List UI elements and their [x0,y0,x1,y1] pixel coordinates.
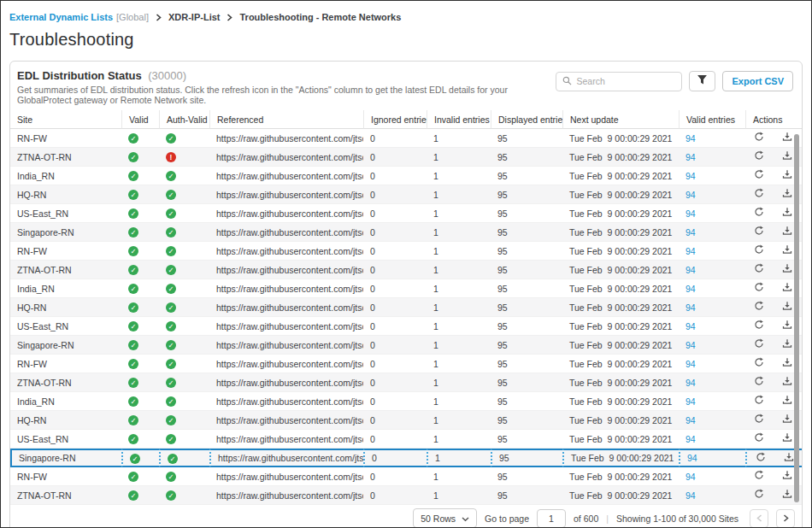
table-row[interactable]: RN-FW ✓ ✓ https://raw.githubusercontent.… [10,355,803,373]
refresh-button[interactable] [754,169,764,182]
rows-per-page-dropdown[interactable]: 50 Rows [413,508,477,528]
table-row[interactable]: ZTNA-OT-RN ✓ ✓ https://raw.githubusercon… [10,373,803,392]
refresh-button[interactable] [754,207,764,220]
table-row[interactable]: HQ-RN ✓ ✓ https://raw.githubusercontent.… [10,411,803,430]
refresh-button[interactable] [754,470,764,483]
download-button[interactable] [782,207,792,220]
download-button[interactable] [782,432,792,445]
table-row[interactable]: RN-FW ✓ ✓ https://raw.githubusercontent.… [10,242,803,261]
table-row[interactable]: ZTNA-OT-RN ✓ ! https://raw.githubusercon… [10,148,803,167]
search-box[interactable] [556,72,682,91]
col-header-next-update[interactable]: Next update [562,110,679,129]
download-button[interactable] [782,150,792,163]
table-row[interactable]: ZTNA-OT-RN ✓ ✓ https://raw.githubusercon… [10,486,803,505]
download-button[interactable] [782,226,792,238]
export-csv-button[interactable]: Export CSV [722,71,793,91]
refresh-button[interactable] [754,301,764,314]
filter-button[interactable] [689,71,715,91]
refresh-button[interactable] [754,132,764,144]
download-button[interactable] [782,489,792,502]
table-row[interactable]: India_RN ✓ ✓ https://raw.githubuserconte… [10,167,803,185]
table-row[interactable]: India_RN ✓ ✓ https://raw.githubuserconte… [10,279,803,298]
valid-entries-link[interactable]: 94 [685,265,696,275]
table-row[interactable]: US-East_RN ✓ ✓ https://raw.githubusercon… [10,204,803,223]
valid-entries-link[interactable]: 94 [685,171,696,181]
valid-entries-link[interactable]: 94 [685,133,696,144]
download-button[interactable] [782,282,792,295]
refresh-button[interactable] [754,414,764,426]
refresh-button[interactable] [754,432,764,445]
valid-entries-link[interactable]: 94 [685,246,696,256]
valid-entries-link[interactable]: 94 [685,340,696,350]
valid-entries-link[interactable]: 94 [685,321,696,331]
download-button[interactable] [782,263,792,276]
col-header-valid-entries[interactable]: Valid entries [679,110,745,129]
table-row[interactable]: Singapore-RN ✓ ✓ https://raw.githubuserc… [10,223,803,242]
table-row[interactable]: India_RN ✓ ✓ https://raw.githubuserconte… [10,392,803,411]
download-button[interactable] [782,357,792,370]
download-button[interactable] [782,169,792,182]
table-row[interactable]: US-East_RN ✓ ✓ https://raw.githubusercon… [10,317,803,336]
valid-entries-link[interactable]: 94 [685,396,696,407]
download-button[interactable] [782,376,792,389]
table-row[interactable]: Singapore-RN ✓ ✓ https://raw.githubuserc… [10,449,803,467]
col-header-site[interactable]: Site [10,110,121,129]
table-row[interactable]: RN-FW ✓ ✓ https://raw.githubusercontent.… [10,129,803,148]
valid-entries-link[interactable]: 94 [685,415,696,425]
table-row[interactable]: HQ-RN ✓ ✓ https://raw.githubusercontent.… [10,298,803,317]
search-input[interactable] [576,76,675,86]
download-button[interactable] [782,470,792,483]
valid-entries-link[interactable]: 94 [685,472,696,482]
refresh-button[interactable] [756,452,766,465]
valid-entries-link[interactable]: 94 [685,359,696,369]
download-button[interactable] [782,414,792,426]
valid-entries-link[interactable]: 94 [685,227,696,238]
refresh-button[interactable] [754,263,764,276]
col-header-valid[interactable]: Valid [121,110,159,129]
previous-page-button[interactable] [750,509,768,528]
download-button[interactable] [782,132,792,144]
download-button[interactable] [782,188,792,201]
next-page-button[interactable] [776,509,795,528]
valid-entries-link[interactable]: 94 [685,490,696,501]
refresh-button[interactable] [754,489,764,502]
valid-entries-link[interactable]: 94 [685,284,696,294]
col-header-ignored-entries[interactable]: Ignored entries [363,110,427,129]
valid-entries-link[interactable]: 94 [687,453,697,463]
table-row[interactable]: HQ-RN ✓ ✓ https://raw.githubusercontent.… [10,185,803,204]
valid-entries-link[interactable]: 94 [685,378,696,388]
refresh-button[interactable] [754,188,764,201]
refresh-button[interactable] [754,376,764,389]
download-button[interactable] [782,395,792,408]
valid-entries-link[interactable]: 94 [685,208,696,219]
refresh-button[interactable] [754,226,764,238]
table-row[interactable]: US-East_RN ✓ ✓ https://raw.githubusercon… [10,430,803,449]
download-button[interactable] [782,338,792,351]
page-number-input[interactable] [537,509,566,528]
refresh-button[interactable] [754,244,764,257]
download-button[interactable] [782,320,792,332]
refresh-button[interactable] [754,357,764,370]
valid-entries-link[interactable]: 94 [685,434,696,444]
refresh-button[interactable] [754,395,764,408]
vertical-scrollbar[interactable] [794,134,799,502]
breadcrumb-item-xdr-ip-list[interactable]: XDR-IP-List [168,12,221,22]
valid-entries-link[interactable]: 94 [685,190,696,200]
col-header-auth-valid[interactable]: Auth-Valid [159,110,209,129]
download-button[interactable] [784,452,794,465]
table-row[interactable]: ZTNA-OT-RN ✓ ✓ https://raw.githubusercon… [10,261,803,279]
col-header-displayed-entries[interactable]: Displayed entries [491,110,562,129]
valid-entries-link[interactable]: 94 [685,152,696,162]
refresh-button[interactable] [754,150,764,163]
col-header-invalid-entries[interactable]: Invalid entries [427,110,491,129]
refresh-button[interactable] [754,320,764,332]
download-button[interactable] [782,301,792,314]
refresh-button[interactable] [754,338,764,351]
download-button[interactable] [782,244,792,257]
valid-entries-link[interactable]: 94 [685,302,696,313]
refresh-button[interactable] [754,282,764,295]
table-row[interactable]: RN-FW ✓ ✓ https://raw.githubusercontent.… [10,467,803,486]
table-row[interactable]: Singapore-RN ✓ ✓ https://raw.githubuserc… [10,336,803,355]
breadcrumb-link-external-dynamic-lists[interactable]: External Dynamic Lists [9,12,113,22]
col-header-referenced[interactable]: Referenced [209,110,363,129]
